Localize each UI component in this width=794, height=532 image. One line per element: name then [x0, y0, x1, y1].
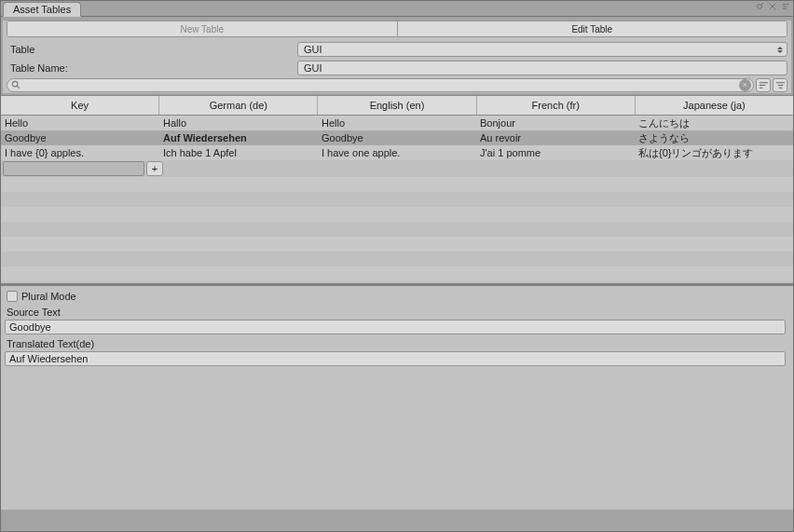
table-cell: J'ai 1 pomme — [476, 147, 635, 158]
title-bar: Asset Tables — [1, 1, 793, 17]
tablename-value: GUI — [304, 62, 322, 74]
detail-panel: Plural Mode Source Text Goodbye Translat… — [1, 283, 793, 510]
svg-rect-7 — [787, 4, 789, 6]
search-icon — [11, 80, 21, 90]
source-text-field[interactable]: Goodbye — [5, 320, 786, 334]
search-clear-icon[interactable]: × — [739, 79, 751, 91]
table-cell: Ich habe 1 Apfel — [159, 147, 318, 158]
close-icon[interactable] — [754, 1, 765, 12]
table-cell: Hallo — [159, 117, 318, 129]
table-cell: Hello — [318, 117, 476, 129]
table-cell: こんにちは — [635, 116, 793, 130]
svg-point-8 — [12, 81, 18, 87]
close-x-icon[interactable] — [767, 1, 778, 12]
source-text-label: Source Text — [5, 305, 789, 320]
menu-icon[interactable] — [780, 1, 791, 12]
tablename-field[interactable]: GUI — [297, 61, 787, 75]
col-french[interactable]: French (fr) — [477, 96, 636, 115]
table-cell: さようなら — [635, 131, 793, 145]
svg-line-9 — [17, 86, 20, 89]
add-row: + — [1, 160, 793, 177]
translated-text-value: Auf Wiedersehen — [9, 353, 88, 364]
tab-new-table[interactable]: New Table — [7, 21, 398, 36]
plural-mode-checkbox[interactable] — [7, 291, 18, 302]
col-german[interactable]: German (de) — [159, 96, 318, 115]
table-cell: I have one apple. — [318, 147, 476, 158]
add-button[interactable]: + — [146, 161, 163, 176]
mode-tabs: New Table Edit Table — [7, 20, 787, 37]
new-key-input[interactable] — [3, 161, 144, 176]
col-key[interactable]: Key — [1, 96, 159, 115]
col-japanese[interactable]: Japanese (ja) — [636, 96, 793, 115]
tablename-label: Table Name: — [7, 62, 297, 74]
table-cell: Goodbye — [318, 132, 476, 143]
window-tab[interactable]: Asset Tables — [3, 2, 81, 17]
table-row[interactable]: GoodbyeAuf WiedersehenGoodbyeAu revoirさよ… — [1, 130, 793, 145]
table-cell: I have {0} apples. — [1, 147, 159, 158]
table-cell: Bonjour — [476, 117, 635, 129]
table-cell: 私は{0}リンゴがあります — [635, 146, 793, 160]
table-label: Table — [7, 44, 297, 55]
table-cell: Auf Wiedersehen — [159, 132, 318, 143]
col-english[interactable]: English (en) — [318, 96, 476, 115]
filter-left-icon[interactable] — [756, 78, 771, 92]
table-cell: Goodbye — [1, 132, 159, 143]
table-dropdown[interactable]: GUI — [297, 42, 787, 57]
table-cell: Hello — [1, 117, 159, 129]
table-dropdown-value: GUI — [304, 44, 322, 55]
table-row[interactable]: HelloHalloHelloBonjourこんにちは — [1, 116, 793, 130]
source-text-value: Goodbye — [9, 321, 51, 333]
search-input[interactable]: × — [7, 78, 754, 92]
table-body: HelloHalloHelloBonjourこんにちはGoodbyeAuf Wi… — [1, 116, 793, 283]
translated-text-field[interactable]: Auf Wiedersehen — [5, 351, 786, 366]
translated-text-label: Translated Text(de) — [5, 336, 789, 351]
table-header: Key German (de) English (en) French (fr)… — [1, 95, 793, 116]
filter-center-icon[interactable] — [773, 78, 787, 92]
plural-mode-label: Plural Mode — [21, 291, 76, 302]
table-row[interactable]: I have {0} apples.Ich habe 1 ApfelI have… — [1, 145, 793, 160]
table-cell: Au revoir — [476, 132, 635, 143]
tab-edit-table[interactable]: Edit Table — [398, 21, 787, 36]
svg-line-1 — [761, 3, 763, 5]
